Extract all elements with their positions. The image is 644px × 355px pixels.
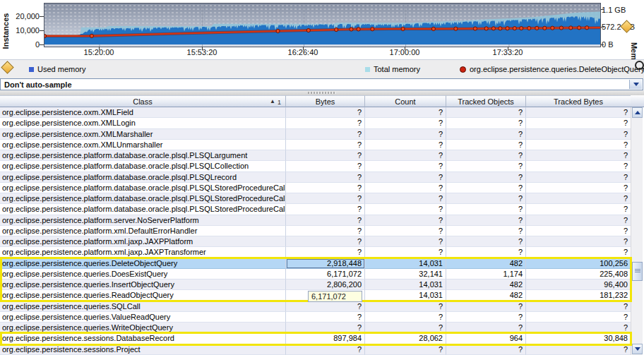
tracked_objects-cell[interactable]: ? xyxy=(446,247,526,258)
tracked_bytes-cell[interactable]: ? xyxy=(526,344,631,355)
column-header-count[interactable]: Count xyxy=(365,95,446,107)
legend-tracked-class[interactable]: org.eclipse.persistence.queries.DeleteOb… xyxy=(460,65,644,73)
count-cell[interactable]: ? xyxy=(365,312,446,323)
tracked_objects-cell[interactable]: ? xyxy=(446,118,526,128)
count-cell[interactable]: 32,141 xyxy=(365,269,446,279)
class-name-cell[interactable]: org.eclipse.persistence.sessions.Project xyxy=(0,344,286,355)
tracked_bytes-cell[interactable]: ? xyxy=(526,140,631,150)
bytes-cell[interactable]: ? xyxy=(286,140,365,150)
count-cell[interactable]: ? xyxy=(365,172,446,183)
table-row[interactable]: org.eclipse.persistence.platform.databas… xyxy=(0,150,631,161)
tracked_objects-cell[interactable]: ? xyxy=(446,150,526,161)
count-cell[interactable]: ? xyxy=(365,150,446,161)
table-row[interactable]: org.eclipse.persistence.platform.xml.Def… xyxy=(0,226,631,236)
count-cell[interactable]: ? xyxy=(365,215,446,226)
bytes-cell[interactable]: 6,171,072 xyxy=(286,269,365,279)
count-cell[interactable]: ? xyxy=(365,183,446,193)
scrollbar-thumb[interactable] xyxy=(632,262,643,281)
tracked_objects-cell[interactable]: ? xyxy=(446,204,526,215)
class-name-cell[interactable]: org.eclipse.persistence.platform.xml.Def… xyxy=(0,226,286,236)
tracked_bytes-cell[interactable]: ? xyxy=(526,204,631,215)
class-name-cell[interactable]: org.eclipse.persistence.queries.DeleteOb… xyxy=(0,258,286,269)
class-name-cell[interactable]: org.eclipse.persistence.platform.databas… xyxy=(0,204,286,215)
auto-sample-dropdown[interactable]: Don't auto-sample xyxy=(0,78,643,90)
tracked_bytes-cell[interactable]: ? xyxy=(526,150,631,161)
tracked_objects-cell[interactable]: 482 xyxy=(446,290,526,301)
class-name-cell[interactable]: org.eclipse.persistence.platform.databas… xyxy=(0,193,286,204)
tracked_objects-cell[interactable]: ? xyxy=(446,323,526,333)
class-name-cell[interactable]: org.eclipse.persistence.oxm.XMLField xyxy=(0,107,286,118)
table-row[interactable]: org.eclipse.persistence.platform.databas… xyxy=(0,161,631,172)
bytes-cell[interactable]: ? xyxy=(286,301,365,312)
tracked_bytes-cell[interactable]: ? xyxy=(526,226,631,236)
vertical-scrollbar[interactable] xyxy=(631,107,643,355)
tracked_objects-cell[interactable]: ? xyxy=(446,183,526,193)
count-cell[interactable]: ? xyxy=(365,323,446,333)
tracked_bytes-cell[interactable]: ? xyxy=(526,161,631,172)
table-row[interactable]: org.eclipse.persistence.platform.databas… xyxy=(0,172,631,183)
class-name-cell[interactable]: org.eclipse.persistence.queries.DoesExis… xyxy=(0,269,286,279)
column-header-class[interactable]: Class ▲ 1 xyxy=(0,95,286,107)
tracked_bytes-cell[interactable]: ? xyxy=(526,129,631,140)
table-row[interactable]: org.eclipse.persistence.queries.ValueRea… xyxy=(0,312,631,323)
bytes-cell[interactable]: ? xyxy=(286,193,365,204)
tracked_objects-cell[interactable]: ? xyxy=(446,226,526,236)
tracked_objects-cell[interactable]: ? xyxy=(446,215,526,226)
tracked_bytes-cell[interactable]: ? xyxy=(526,247,631,258)
table-row[interactable]: org.eclipse.persistence.queries.InsertOb… xyxy=(0,279,631,290)
table-row[interactable]: org.eclipse.persistence.platform.xml.jax… xyxy=(0,236,631,247)
bytes-cell[interactable]: ? xyxy=(286,226,365,236)
tracked_objects-cell[interactable]: ? xyxy=(446,107,526,118)
pane-splitter[interactable] xyxy=(0,90,644,95)
count-cell[interactable]: ? xyxy=(365,344,446,355)
tracked_objects-cell[interactable]: ? xyxy=(446,140,526,150)
bytes-cell[interactable]: ? xyxy=(286,323,365,333)
bytes-cell[interactable]: ? xyxy=(286,215,365,226)
count-cell[interactable]: 28,062 xyxy=(365,333,446,344)
table-row[interactable]: org.eclipse.persistence.platform.databas… xyxy=(0,193,631,204)
legend-total-memory[interactable]: Total memory xyxy=(365,65,420,73)
count-cell[interactable]: ? xyxy=(365,226,446,236)
legend-used-memory[interactable]: Used memory xyxy=(29,65,85,73)
class-name-cell[interactable]: org.eclipse.persistence.platform.xml.jax… xyxy=(0,247,286,258)
table-row[interactable]: org.eclipse.persistence.oxm.XMLField???? xyxy=(0,107,631,118)
tracked_objects-cell[interactable]: ? xyxy=(446,161,526,172)
column-header-tracked-bytes[interactable]: Tracked Bytes xyxy=(526,95,631,107)
class-name-cell[interactable]: org.eclipse.persistence.oxm.XMLLogin xyxy=(0,118,286,128)
column-header-tracked-objects[interactable]: Tracked Objects xyxy=(446,95,526,107)
class-name-cell[interactable]: org.eclipse.persistence.platform.databas… xyxy=(0,172,286,183)
class-name-cell[interactable]: org.eclipse.persistence.queries.ValueRea… xyxy=(0,312,286,323)
tracked_objects-cell[interactable]: ? xyxy=(446,129,526,140)
tracked_bytes-cell[interactable]: 30,848 xyxy=(526,333,631,344)
dropdown-button[interactable] xyxy=(629,80,642,89)
table-row[interactable]: org.eclipse.persistence.sessions.Project… xyxy=(0,344,631,355)
tracked_bytes-cell[interactable]: ? xyxy=(526,301,631,312)
count-cell[interactable]: ? xyxy=(365,236,446,247)
count-cell[interactable]: ? xyxy=(365,301,446,312)
bytes-cell[interactable]: ? xyxy=(286,204,365,215)
table-row[interactable]: org.eclipse.persistence.sessions.Databas… xyxy=(0,333,631,344)
bytes-cell[interactable]: ? xyxy=(286,344,365,355)
tracked_objects-cell[interactable]: 964 xyxy=(446,333,526,344)
tracked_objects-cell[interactable]: ? xyxy=(446,301,526,312)
count-cell[interactable]: ? xyxy=(365,140,446,150)
time-marker-icon[interactable] xyxy=(1,61,13,73)
bytes-cell[interactable]: ? xyxy=(286,150,365,161)
tracked_bytes-cell[interactable]: ? xyxy=(526,236,631,247)
bytes-cell[interactable]: ? xyxy=(286,129,365,140)
tracked_bytes-cell[interactable]: 100,256 xyxy=(526,258,631,269)
splitter-grip[interactable] xyxy=(308,92,336,94)
scroll-up-button[interactable] xyxy=(632,107,643,118)
count-cell[interactable]: 14,031 xyxy=(365,290,446,301)
bytes-cell[interactable]: ? xyxy=(286,118,365,128)
bytes-cell[interactable]: ? xyxy=(286,312,365,323)
zoom-icon[interactable] xyxy=(635,61,644,70)
count-cell[interactable]: 14,031 xyxy=(365,279,446,290)
tracked_objects-cell[interactable]: ? xyxy=(446,193,526,204)
tracked_objects-cell[interactable]: ? xyxy=(446,344,526,355)
bytes-cell[interactable]: ? xyxy=(286,183,365,193)
class-name-cell[interactable]: org.eclipse.persistence.queries.WriteObj… xyxy=(0,323,286,333)
tracked_bytes-cell[interactable]: ? xyxy=(526,118,631,128)
class-name-cell[interactable]: org.eclipse.persistence.platform.databas… xyxy=(0,161,286,172)
bytes-cell[interactable]: ? xyxy=(286,172,365,183)
